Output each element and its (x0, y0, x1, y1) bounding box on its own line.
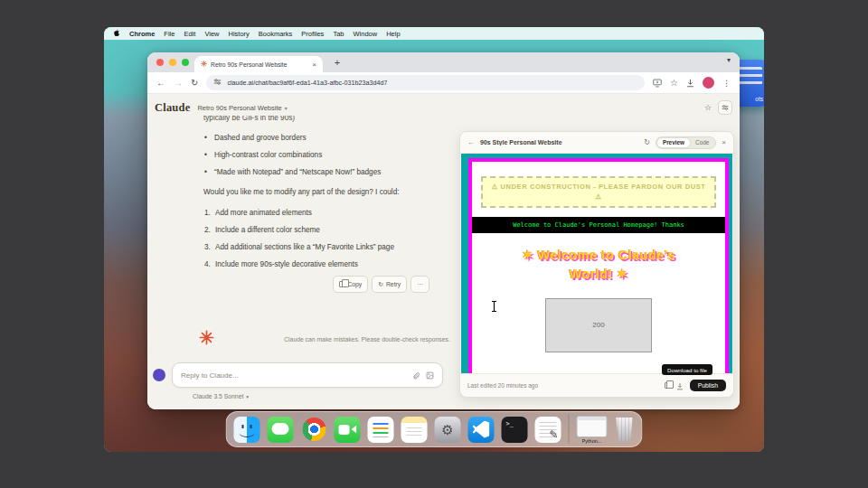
artifact-refresh-icon[interactable]: ↻ (644, 139, 650, 146)
chat-title-dropdown[interactable]: Retro 90s Personal Website ▾ (197, 104, 287, 112)
artifact-download-icon[interactable] (676, 378, 684, 394)
preview-code-toggle: Preview Code (656, 136, 716, 149)
address-bar[interactable]: claude.ai/chat/bac9af6f-eda1-41a3-afbc-0… (206, 75, 645, 90)
favorite-star-icon[interactable]: ☆ (704, 103, 712, 112)
menubar-app-name[interactable]: Chrome (129, 30, 155, 38)
tab-preview[interactable]: Preview (657, 138, 690, 147)
chrome-window: Retro 90s Personal Website × + ▾ ← → ↻ c… (147, 52, 740, 409)
apple-menu-icon[interactable] (113, 29, 120, 39)
desktop-widget-label: ots (755, 96, 763, 102)
artifact-close-icon[interactable]: × (722, 139, 726, 146)
menubar-item-history[interactable]: History (229, 30, 250, 38)
clipped-message-line: typically be GIFs in the 90s) (203, 116, 429, 124)
menubar-item-view[interactable]: View (204, 30, 219, 38)
publish-button[interactable]: Publish (690, 380, 726, 391)
menubar-item-help[interactable]: Help (386, 30, 400, 38)
dock-icon-trash[interactable] (615, 418, 635, 442)
zoom-window-button[interactable] (182, 59, 189, 66)
macos-desktop: Chrome File Edit View History Bookmarks … (104, 27, 764, 452)
dock-icon-terminal[interactable]: >_ (502, 417, 528, 443)
last-edited-text: Last edited 20 minutes ago (467, 382, 658, 389)
chevron-down-icon: ▾ (246, 394, 249, 399)
close-window-button[interactable] (156, 59, 164, 66)
dock-icon-textedit[interactable]: ✎ (535, 417, 561, 443)
dock-minimized-window-python[interactable]: Python... (577, 416, 608, 444)
artifact-panel: ← 90s Style Personal Website ↻ Preview C… (459, 131, 734, 398)
site-heading: ✶ Welcome to Claude’s World! ✶ (502, 246, 696, 284)
artifact-preview: ⚠ UNDER CONSTRUCTION - PLEASE PARDON OUR… (461, 154, 732, 373)
window-controls (156, 59, 189, 66)
claude-app: Claude Retro 90s Personal Website ▾ ☆ ty… (147, 94, 740, 409)
retry-button[interactable]: ↻ Retry (372, 276, 407, 293)
chrome-tabstrip: Retro 90s Personal Website × + ▾ (147, 52, 740, 72)
downloads-icon[interactable] (686, 75, 694, 91)
install-app-icon[interactable] (653, 75, 662, 91)
under-construction-banner: ⚠ UNDER CONSTRUCTION - PLEASE PARDON OUR… (481, 176, 716, 208)
menubar-item-tab[interactable]: Tab (333, 30, 344, 38)
menubar-item-edit[interactable]: Edit (184, 30, 195, 38)
dock-icon-finder[interactable] (234, 417, 260, 443)
dock-icon-settings[interactable]: ⚙ (435, 417, 461, 443)
message-numbered-list: Add more animated elements Include a dif… (203, 207, 429, 270)
browser-menu-icon[interactable]: ⋮ (722, 79, 731, 88)
new-tab-button[interactable]: + (330, 56, 344, 70)
dock-icon-vscode[interactable] (468, 417, 495, 443)
broken-image-placeholder: 200 (545, 298, 652, 352)
dock-icon-messages[interactable] (268, 417, 294, 443)
copy-button[interactable]: Copy (333, 276, 368, 293)
dock-icon-reminders[interactable] (368, 417, 394, 443)
menubar-item-profiles[interactable]: Profiles (301, 30, 324, 38)
claude-logo[interactable]: Claude (155, 101, 190, 115)
tab-title: Retro 90s Personal Website (211, 61, 308, 68)
menubar-item-file[interactable]: File (164, 30, 175, 38)
site-settings-icon[interactable] (213, 78, 222, 88)
tab-search-icon[interactable]: ▾ (727, 56, 731, 64)
tab-favicon-claude-icon (201, 61, 207, 68)
profile-avatar[interactable] (703, 77, 714, 89)
artifact-title: 90s Style Personal Website (480, 139, 638, 145)
dock-icon-facetime[interactable] (335, 417, 361, 443)
tab-close-icon[interactable]: × (312, 61, 316, 69)
artifact-footer: Last edited 20 minutes ago Publish (460, 373, 733, 397)
list-item: “Made with Notepad” and “Netscape Now!” … (203, 166, 429, 178)
dock-separator (569, 415, 570, 444)
forward-icon: → (174, 79, 183, 88)
message-actions: Copy ↻ Retry ··· (203, 276, 429, 293)
gear-icon: ⚙ (441, 422, 453, 437)
pencil-icon: ✎ (549, 428, 558, 441)
menubar-item-bookmarks[interactable]: Bookmarks (259, 30, 293, 38)
message-bullet-list: Dashed and groove borders High-contrast … (203, 132, 429, 178)
macos-menubar: Chrome File Edit View History Bookmarks … (104, 27, 764, 40)
insert-image-icon[interactable] (426, 367, 434, 383)
text-cursor (490, 300, 498, 316)
bookmark-star-icon[interactable]: ☆ (670, 79, 678, 88)
dock-icon-notes[interactable] (401, 417, 428, 443)
copy-icon (339, 281, 344, 287)
retro-site-page: ⚠ UNDER CONSTRUCTION - PLEASE PARDON OUR… (468, 158, 729, 373)
list-item: High-contrast color combinations (203, 149, 429, 161)
artifact-copy-icon[interactable] (665, 382, 670, 389)
minimize-window-button[interactable] (169, 59, 176, 66)
model-selector[interactable]: Claude 3.5 Sonnet ▾ (193, 393, 249, 399)
reply-input[interactable]: Reply to Claude... (172, 362, 443, 388)
claude-starburst-icon (199, 330, 214, 349)
window-thumbnail[interactable] (577, 416, 608, 437)
retry-icon: ↻ (378, 278, 383, 290)
browser-tab[interactable]: Retro 90s Personal Website × (194, 56, 323, 72)
more-options-button[interactable]: ··· (410, 276, 429, 293)
site-marquee: Welcome to Claude's Personal Homepage! T… (472, 217, 725, 233)
attach-file-icon[interactable] (412, 367, 420, 383)
chat-controls-button[interactable] (718, 100, 732, 115)
chat-title: Retro 90s Personal Website (197, 104, 281, 112)
reload-icon[interactable]: ↻ (191, 79, 198, 88)
dock-window-label: Python... (582, 438, 602, 444)
menubar-item-window[interactable]: Window (353, 30, 377, 38)
user-avatar[interactable] (153, 369, 165, 381)
tab-code[interactable]: Code (690, 138, 714, 147)
back-icon[interactable]: ← (156, 79, 165, 88)
list-item: Include more 90s-style decorative elemen… (203, 258, 429, 270)
download-tooltip: Download to file (662, 364, 712, 375)
url-text: claude.ai/chat/bac9af6f-eda1-41a3-afbc-0… (227, 79, 387, 87)
dock-icon-chrome[interactable] (302, 418, 326, 441)
artifact-back-icon[interactable]: ← (467, 139, 475, 146)
